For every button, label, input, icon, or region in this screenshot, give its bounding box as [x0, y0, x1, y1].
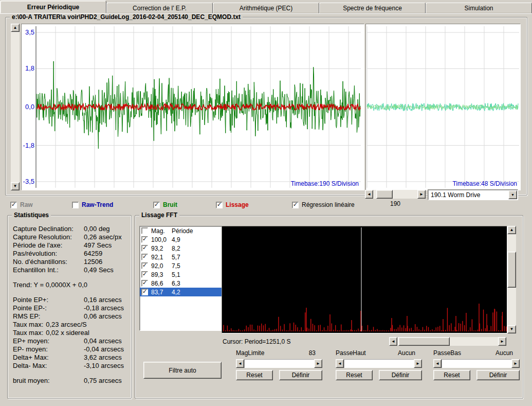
scroll-track[interactable] [344, 359, 414, 368]
check-icon: ✓ [217, 201, 222, 208]
scroll-left-button[interactable]: ◄ [336, 359, 344, 368]
checkbox[interactable]: ✓ [141, 254, 148, 260]
select-all-checkbox[interactable] [141, 227, 148, 234]
scroll-thumb[interactable] [507, 252, 516, 288]
reset-button[interactable]: Reset [433, 370, 470, 380]
tab-bar: Erreur PériodiqueCorrection de l' E.P.Ar… [0, 0, 532, 13]
toggle-regression-lineaire[interactable]: ✓Régression linéaire [292, 201, 355, 209]
auto-filter-button[interactable]: Filtre auto [143, 362, 222, 379]
filter-value: Aucun [398, 349, 415, 358]
scroll-left-button[interactable]: ◄ [236, 359, 244, 368]
column-header-periode[interactable]: Période [172, 227, 193, 235]
filter-scrollbar-maglimite[interactable]: ◄► [236, 359, 322, 368]
scroll-down-button[interactable]: ▼ [507, 325, 516, 333]
fft-vscroll[interactable]: ▲▼ [507, 226, 516, 333]
tab-simulation[interactable]: Simulation [426, 3, 532, 13]
filter-passehaut: PasseHautAucun◄►ResetDéfinir [336, 349, 422, 380]
definir-button[interactable]: Définir [279, 370, 322, 380]
fft-row-mag: 92,0 [151, 262, 163, 270]
stat-value: 3,62 arcsecs [84, 354, 122, 362]
main-chart[interactable]: 3,51,80,0-1,8-3,5Timebase:190 S/Division [21, 24, 364, 190]
scroll-right-button[interactable]: ► [414, 359, 422, 368]
tab-spectre-de-frequence[interactable]: Spectre de fréquence [319, 3, 426, 13]
fft-list-row[interactable]: ✓92,15,7 [140, 253, 223, 261]
filter-scrollbar-passebas[interactable]: ◄► [433, 359, 520, 368]
stat-label: Pas/révolution: [13, 250, 84, 258]
checkbox[interactable]: ✓ [141, 280, 148, 287]
side-chart[interactable]: Timebase:48 S/Division [365, 24, 521, 190]
fft-frequency-list[interactable]: Mag.Période✓100,04,9✓93,28,2✓92,15,7✓92,… [139, 226, 224, 331]
stats-rows: Capture Declination:0,00 degCapture Reso… [13, 225, 129, 385]
checkbox[interactable]: ✓ [141, 271, 148, 278]
fft-row-period: 4,9 [172, 236, 180, 243]
fft-canvas [222, 226, 507, 333]
stat-label: EP- moyen: [13, 345, 84, 354]
fft-hscroll[interactable]: ◄► [389, 337, 506, 346]
filter-head: PasseBasAucun [433, 349, 513, 358]
scroll-left-button[interactable]: ◄ [433, 359, 442, 368]
checkbox[interactable]: ✓ [10, 202, 17, 208]
scroll-right-button[interactable]: ► [417, 190, 426, 199]
dropdown-arrow-icon[interactable]: ▼ [508, 190, 517, 199]
check-icon: ✓ [154, 201, 159, 208]
tab-correction-de-l-e-p[interactable]: Correction de l' E.P. [106, 3, 213, 13]
fft-list-row[interactable]: ✓89,35,1 [140, 270, 223, 279]
checkbox[interactable]: ✓ [141, 236, 148, 243]
stat-row: Pointe EP+:0,16 arcsecs [13, 296, 129, 304]
reset-button[interactable]: Reset [336, 370, 373, 380]
fft-list-row[interactable]: ✓83,74,2 [140, 288, 223, 296]
check-icon: ✓ [11, 201, 16, 208]
scroll-up-button[interactable]: ▲ [11, 24, 20, 32]
filter-scrollbar-passehaut[interactable]: ◄► [336, 359, 422, 368]
toggle-raw-trend[interactable]: Raw-Trend [72, 201, 113, 209]
definir-button[interactable]: Définir [379, 370, 422, 380]
checkbox[interactable]: ✓ [292, 202, 299, 208]
scroll-right-button[interactable]: ► [314, 359, 322, 368]
checkbox[interactable]: ✓ [153, 202, 160, 208]
stat-row: Pointe EP-:-0,18 arcsecs [13, 304, 129, 312]
fft-list-row[interactable]: ✓92,07,5 [140, 261, 223, 270]
scroll-right-button[interactable]: ► [498, 337, 506, 346]
scroll-left-button[interactable]: ◄ [389, 337, 397, 346]
stat-value: 497 Secs [84, 241, 112, 250]
stat-value: 0,75 arcsecs [84, 377, 122, 385]
stat-label: Capture Resolution: [13, 233, 84, 241]
fft-chart[interactable] [222, 226, 507, 333]
main-chart-vscroll[interactable]: ▲▼ [11, 24, 20, 190]
scroll-track[interactable] [11, 32, 20, 182]
checkbox[interactable]: ✓ [216, 202, 223, 208]
scroll-down-button[interactable]: ▼ [11, 182, 20, 190]
filter-buttons: ResetDéfinir [433, 370, 520, 380]
tab-arithmetique-pec[interactable]: Arithmétique (PEC) [213, 3, 319, 13]
fft-list-row[interactable]: ✓100,04,9 [140, 235, 223, 244]
toggle-raw[interactable]: ✓Raw [10, 201, 33, 209]
scroll-thumb[interactable] [398, 337, 450, 346]
worm-period-scrollbar[interactable]: ◄► [365, 190, 426, 199]
scroll-track[interactable] [244, 359, 314, 368]
fft-row-period: 5,1 [172, 271, 180, 278]
reset-button[interactable]: Reset [236, 370, 273, 380]
scroll-track[interactable] [442, 359, 511, 368]
scroll-right-button[interactable]: ► [511, 359, 520, 368]
fft-list-row[interactable]: ✓86,66,3 [140, 279, 223, 288]
fft-row-mag: 89,3 [151, 271, 163, 278]
toggle-bruit[interactable]: ✓Bruit [153, 201, 177, 209]
scroll-left-button[interactable]: ◄ [365, 190, 373, 199]
definir-button[interactable]: Définir [476, 370, 520, 380]
tab-erreur-periodique[interactable]: Erreur Périodique [0, 1, 106, 13]
scroll-up-button[interactable]: ▲ [507, 226, 516, 234]
stat-row: Capture Declination:0,00 deg [13, 225, 129, 233]
checkbox[interactable]: ✓ [141, 262, 148, 269]
check-icon: ✓ [142, 262, 147, 269]
checkbox[interactable] [72, 202, 79, 208]
column-header-mag[interactable]: Mag. [151, 227, 165, 235]
fft-list-row[interactable]: ✓93,28,2 [140, 244, 223, 253]
fft-row-mag: 92,1 [151, 254, 163, 261]
scroll-thumb[interactable] [376, 190, 393, 199]
checkbox[interactable]: ✓ [141, 245, 148, 252]
stat-value: 64259 [84, 250, 102, 258]
worm-drive-select[interactable]: 190.1 Worm Drive ▼ [428, 189, 518, 200]
checkbox[interactable]: ✓ [141, 289, 148, 295]
toggle-lissage[interactable]: ✓Lissage [216, 201, 249, 209]
pecprep-window: Erreur PériodiqueCorrection de l' E.P.Ar… [0, 0, 532, 406]
